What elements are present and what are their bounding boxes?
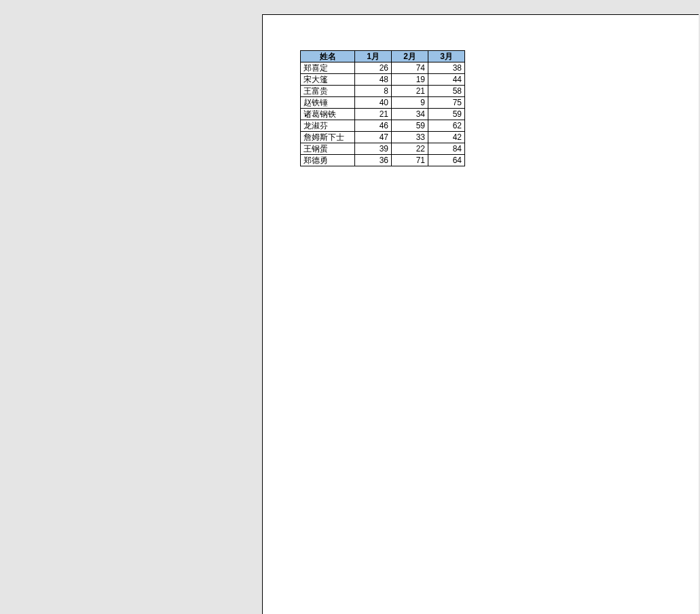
cell-name: 王富贵	[301, 86, 355, 97]
data-table: 姓名 1月 2月 3月 郑喜定 26 74 38 宋大篷 48 19 44	[300, 50, 465, 166]
cell-v3: 62	[428, 120, 465, 132]
table-row: 郑德勇 36 71 64	[301, 155, 465, 166]
page-canvas: 姓名 1月 2月 3月 郑喜定 26 74 38 宋大篷 48 19 44	[262, 14, 699, 614]
cell-v2: 71	[392, 155, 428, 166]
cell-name: 郑喜定	[301, 62, 355, 74]
table-header-row: 姓名 1月 2月 3月	[301, 51, 465, 62]
cell-v3: 38	[428, 62, 465, 74]
table-row: 赵铁锤 40 9 75	[301, 97, 465, 109]
cell-name: 詹姆斯下士	[301, 132, 355, 143]
table-row: 诸葛钢铁 21 34 59	[301, 109, 465, 120]
cell-v2: 21	[392, 86, 428, 97]
cell-v3: 59	[428, 109, 465, 120]
cell-name: 龙淑芬	[301, 120, 355, 132]
data-table-wrap: 姓名 1月 2月 3月 郑喜定 26 74 38 宋大篷 48 19 44	[300, 50, 465, 166]
cell-v1: 26	[355, 62, 392, 74]
cell-v1: 39	[355, 143, 392, 155]
cell-name: 郑德勇	[301, 155, 355, 166]
cell-v3: 75	[428, 97, 465, 109]
table-row: 詹姆斯下士 47 33 42	[301, 132, 465, 143]
cell-name: 宋大篷	[301, 74, 355, 86]
table-row: 王钢蛋 39 22 84	[301, 143, 465, 155]
cell-v1: 21	[355, 109, 392, 120]
cell-v1: 40	[355, 97, 392, 109]
cell-v3: 84	[428, 143, 465, 155]
table-row: 王富贵 8 21 58	[301, 86, 465, 97]
cell-name: 王钢蛋	[301, 143, 355, 155]
cell-v1: 47	[355, 132, 392, 143]
table-row: 龙淑芬 46 59 62	[301, 120, 465, 132]
cell-v3: 42	[428, 132, 465, 143]
cell-v2: 34	[392, 109, 428, 120]
cell-name: 诸葛钢铁	[301, 109, 355, 120]
header-month-3: 3月	[428, 51, 465, 62]
header-month-2: 2月	[392, 51, 428, 62]
cell-v3: 44	[428, 74, 465, 86]
header-month-1: 1月	[355, 51, 392, 62]
cell-v3: 64	[428, 155, 465, 166]
cell-v2: 19	[392, 74, 428, 86]
cell-v1: 8	[355, 86, 392, 97]
cell-v1: 46	[355, 120, 392, 132]
cell-v1: 48	[355, 74, 392, 86]
table-row: 郑喜定 26 74 38	[301, 62, 465, 74]
table-row: 宋大篷 48 19 44	[301, 74, 465, 86]
cell-v2: 33	[392, 132, 428, 143]
cell-v2: 59	[392, 120, 428, 132]
cell-v2: 22	[392, 143, 428, 155]
table-body: 郑喜定 26 74 38 宋大篷 48 19 44 王富贵 8 21 58	[301, 62, 465, 166]
header-name: 姓名	[301, 51, 355, 62]
cell-v2: 74	[392, 62, 428, 74]
cell-name: 赵铁锤	[301, 97, 355, 109]
cell-v3: 58	[428, 86, 465, 97]
cell-v2: 9	[392, 97, 428, 109]
cell-v1: 36	[355, 155, 392, 166]
